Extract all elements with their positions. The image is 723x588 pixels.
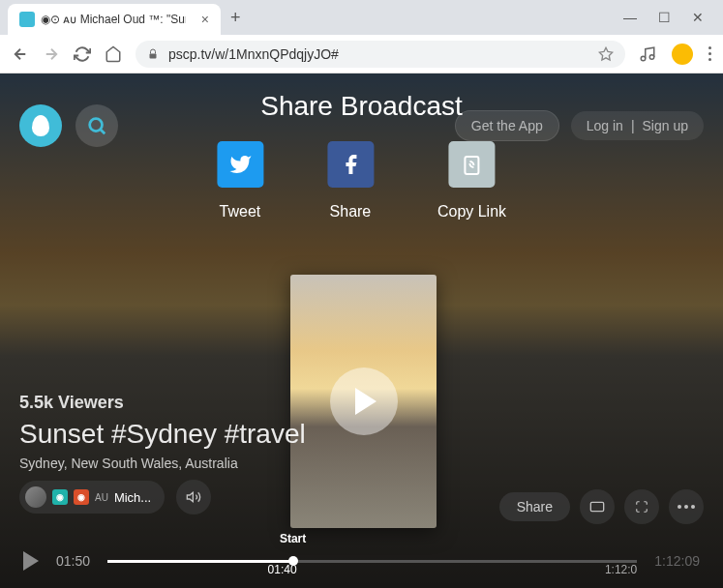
twitter-icon [217, 141, 263, 188]
maximize-button[interactable]: ☐ [658, 10, 671, 25]
svg-rect-5 [466, 157, 479, 174]
video-preview[interactable] [290, 275, 437, 528]
toolbar-right [639, 44, 711, 65]
page-content: Get the App Log in | Sign up Share Broad… [0, 74, 723, 588]
progress [107, 560, 293, 563]
avatar [25, 486, 46, 508]
broadcast-title: Sunset #Sydney #travel [19, 419, 306, 450]
broadcaster-name: Mich... [114, 490, 151, 505]
favicon-icon [19, 12, 35, 27]
live-badge-icon: ◉ [74, 489, 89, 505]
header-actions: Get the App Log in | Sign up [455, 110, 704, 141]
svg-point-4 [90, 119, 103, 132]
get-app-button[interactable]: Get the App [455, 110, 559, 141]
start-label: Start [280, 532, 306, 545]
end-time: 1:12:0 [605, 563, 637, 576]
broadcast-location: Sydney, New South Wales, Australia [19, 456, 306, 471]
tab-title: ◉⊙ ᴀᴜ Michael Oud ™: "Sunset #..." [41, 13, 186, 26]
link-icon [449, 141, 496, 188]
share-option[interactable]: Share [327, 141, 374, 220]
back-button[interactable] [12, 45, 29, 63]
tweet-option[interactable]: Tweet [217, 141, 263, 220]
forward-button[interactable] [43, 45, 60, 63]
lock-icon [147, 48, 159, 60]
copy-link-label: Copy Link [437, 203, 506, 220]
minimize-button[interactable]: — [623, 10, 637, 25]
dots-icon [678, 505, 695, 509]
periscope-logo-icon[interactable] [19, 104, 62, 147]
viewer-count: 5.5k Viewers [19, 393, 306, 413]
more-options-button[interactable] [669, 489, 704, 524]
svg-point-3 [649, 54, 654, 59]
tab-close-icon[interactable]: × [201, 12, 209, 27]
share-modal-heading: Share Broadcast [260, 91, 463, 122]
start-time: 01:40 [268, 563, 297, 576]
home-button[interactable] [105, 45, 122, 63]
share-button[interactable]: Share [499, 492, 570, 521]
close-window-button[interactable]: ✕ [692, 10, 704, 25]
tweet-label: Tweet [220, 203, 261, 220]
separator: | [631, 118, 635, 133]
window-controls: — ☐ ✕ [623, 10, 715, 25]
share-label: Share [330, 203, 372, 220]
video-controls: Share [499, 489, 704, 524]
login-button[interactable]: Log in [587, 118, 623, 133]
search-button[interactable] [75, 104, 118, 147]
new-tab-button[interactable]: + [230, 8, 241, 28]
svg-rect-6 [590, 502, 603, 511]
browser-titlebar: ◉⊙ ᴀᴜ Michael Oud ™: "Sunset #..." × + —… [0, 0, 723, 35]
svg-point-2 [641, 56, 646, 61]
playback-bar: 01:50 Start 01:40 1:12:0 1:12:09 [0, 534, 723, 588]
svg-rect-0 [150, 53, 157, 58]
play-button[interactable] [330, 368, 398, 435]
browser-tab[interactable]: ◉⊙ ᴀᴜ Michael Oud ™: "Sunset #..." × [8, 4, 221, 35]
music-extension-icon[interactable] [639, 45, 656, 63]
url-bar[interactable]: pscp.tv/w/1MnxnQPdqjyJO# [136, 41, 625, 68]
volume-button[interactable] [176, 480, 211, 514]
svg-marker-1 [599, 47, 612, 60]
url-text: pscp.tv/w/1MnxnQPdqjyJO# [168, 46, 588, 62]
share-options: Tweet Share Copy Link [217, 141, 506, 220]
copy-link-option[interactable]: Copy Link [437, 141, 506, 220]
play-icon [355, 388, 377, 415]
verified-badge-icon: ◉ [52, 489, 68, 505]
country-badge: AU [95, 492, 108, 503]
facebook-icon [327, 141, 374, 188]
duration: 1:12:09 [654, 553, 700, 569]
fullscreen-button[interactable] [624, 489, 659, 524]
browser-toolbar: pscp.tv/w/1MnxnQPdqjyJO# [0, 35, 723, 74]
extension-icon[interactable] [672, 44, 693, 65]
auth-buttons: Log in | Sign up [571, 111, 704, 140]
scrubber[interactable]: Start 01:40 1:12:0 [107, 549, 637, 573]
track [107, 560, 637, 563]
broadcaster-row: ◉ ◉ AU Mich... [19, 480, 211, 514]
browser-menu-icon[interactable] [708, 46, 711, 61]
bookmark-icon[interactable] [598, 46, 614, 62]
play-pause-button[interactable] [23, 551, 39, 571]
signup-button[interactable]: Sign up [643, 118, 688, 133]
theater-mode-button[interactable] [580, 489, 615, 524]
broadcast-info: 5.5k Viewers Sunset #Sydney #travel Sydn… [19, 393, 306, 471]
broadcaster-pill[interactable]: ◉ ◉ AU Mich... [19, 481, 165, 514]
current-time: 01:50 [56, 553, 90, 569]
reload-button[interactable] [74, 45, 91, 63]
